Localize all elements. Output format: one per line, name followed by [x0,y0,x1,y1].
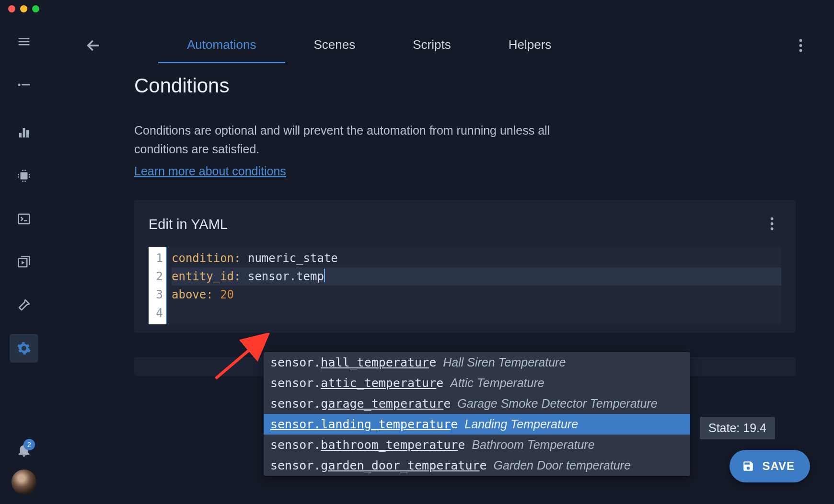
close-icon[interactable] [8,5,15,12]
yaml-card: Edit in YAML 1 2 3 4 condition: numeric_… [134,200,796,333]
tools-icon[interactable] [10,291,38,320]
minimize-icon[interactable] [20,5,27,12]
header: Automations Scenes Scripts Helpers [48,26,834,65]
chip-icon[interactable] [10,161,38,190]
terminal-icon[interactable] [10,205,38,233]
svg-point-0 [18,84,21,86]
autocomplete-option[interactable]: sensor.landing_temperatureLanding Temper… [264,414,690,435]
window-titlebar [0,0,834,18]
autocomplete-option[interactable]: sensor.bathroom_temperatureBathroom Temp… [264,435,690,455]
svg-point-4 [799,39,802,42]
autocomplete-option[interactable]: sensor.garage_temperatureGarage Smoke De… [264,393,690,414]
back-button[interactable] [77,29,110,62]
svg-rect-1 [21,172,28,180]
tab-automations[interactable]: Automations [158,28,285,63]
menu-icon[interactable] [10,27,38,56]
autocomplete-option[interactable]: sensor.attic_temperatureAttic Temperatur… [264,373,690,393]
svg-point-7 [770,217,773,220]
svg-point-9 [770,227,773,230]
page-title: Conditions [134,74,796,97]
autocomplete-dropdown: sensor.hall_temperatureHall Siren Temper… [264,352,690,476]
media-icon[interactable] [10,248,38,276]
card-more-icon[interactable] [762,214,781,233]
notifications-icon[interactable]: 2 [16,442,32,460]
autocomplete-option[interactable]: sensor.hall_temperatureHall Siren Temper… [264,352,690,373]
editor-code[interactable]: condition: numeric_state entity_id: sens… [167,247,781,324]
overview-icon[interactable] [10,70,38,99]
sidebar: 2 [0,18,48,504]
svg-rect-2 [19,214,30,224]
header-more-icon[interactable] [791,36,810,55]
svg-point-6 [799,49,802,52]
avatar[interactable] [12,470,36,494]
save-label: SAVE [762,459,795,473]
save-button[interactable]: SAVE [730,450,810,482]
svg-point-8 [770,222,773,225]
tabs: Automations Scenes Scripts Helpers [158,28,580,63]
tab-helpers[interactable]: Helpers [480,28,580,63]
main-content: Conditions Conditions are optional and w… [134,74,796,376]
settings-icon[interactable] [10,334,38,363]
history-icon[interactable] [10,118,38,147]
page-description: Conditions are optional and will prevent… [134,121,594,159]
yaml-editor[interactable]: 1 2 3 4 condition: numeric_state entity_… [149,247,781,324]
state-tooltip: State: 19.4 [700,417,775,439]
svg-point-5 [799,44,802,47]
autocomplete-option[interactable]: sensor.garden_door_temperatureGarden Doo… [264,455,690,476]
tab-scripts[interactable]: Scripts [384,28,479,63]
maximize-icon[interactable] [32,5,39,12]
editor-gutter: 1 2 3 4 [149,247,167,324]
tab-scenes[interactable]: Scenes [285,28,384,63]
card-title: Edit in YAML [149,217,781,232]
learn-more-link[interactable]: Learn more about conditions [134,164,286,178]
save-icon [742,460,754,472]
notification-badge: 2 [23,439,35,450]
